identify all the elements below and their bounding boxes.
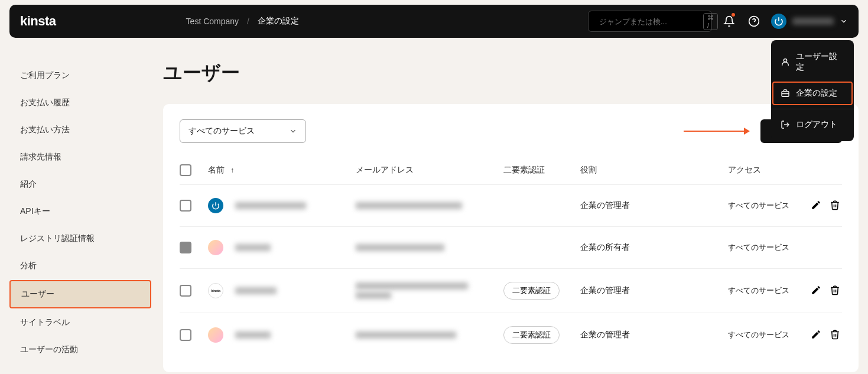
sidebar-item-site-labels[interactable]: サイトラベル bbox=[9, 310, 151, 336]
edit-button[interactable] bbox=[811, 329, 821, 342]
row-role: 企業の管理者 bbox=[580, 330, 728, 340]
row-access: すべてのサービス bbox=[728, 330, 799, 340]
logout-icon bbox=[781, 120, 790, 129]
email-redacted bbox=[356, 292, 391, 299]
row-access: すべてのサービス bbox=[728, 200, 799, 211]
menu-label: ログアウト bbox=[796, 119, 837, 130]
briefcase-icon bbox=[781, 89, 790, 98]
twofa-badge: 二要素認証 bbox=[503, 326, 560, 344]
row-access: すべてのサービス bbox=[728, 242, 799, 253]
trash-icon bbox=[830, 200, 840, 210]
delete-button[interactable] bbox=[830, 285, 840, 297]
header-access[interactable]: アクセス bbox=[728, 165, 799, 175]
row-checkbox[interactable] bbox=[180, 200, 191, 212]
header-name[interactable]: 名前 bbox=[208, 165, 225, 175]
pencil-icon bbox=[811, 200, 821, 210]
edit-button[interactable] bbox=[811, 200, 821, 212]
menu-item-logout[interactable]: ログアウト bbox=[771, 112, 854, 138]
sidebar-item-activity[interactable]: ユーザーの活動 bbox=[9, 337, 151, 363]
sidebar-item-analytics[interactable]: 分析 bbox=[9, 253, 151, 279]
twofa-badge: 二要素認証 bbox=[503, 282, 560, 300]
notifications-button[interactable] bbox=[721, 14, 737, 29]
row-avatar bbox=[208, 327, 223, 343]
user-avatar bbox=[771, 14, 786, 29]
breadcrumb: Test Company / 企業の設定 bbox=[186, 16, 299, 27]
table-header: 名前 ↑ メールアドレス 二要素認証 役割 アクセス bbox=[180, 160, 842, 185]
email-redacted bbox=[356, 244, 444, 251]
sidebar-item-api-keys[interactable]: APIキー bbox=[9, 199, 151, 225]
header-email[interactable]: メールアドレス bbox=[356, 165, 503, 175]
sidebar-item-payment-method[interactable]: お支払い方法 bbox=[9, 117, 151, 143]
name-redacted bbox=[235, 202, 306, 209]
help-button[interactable] bbox=[746, 14, 762, 29]
filter-label: すべてのサービス bbox=[188, 126, 255, 136]
users-table: 名前 ↑ メールアドレス 二要素認証 役割 アクセス 企業の bbox=[180, 160, 842, 357]
logo: kinsta bbox=[20, 14, 56, 29]
breadcrumb-section[interactable]: 企業の設定 bbox=[258, 16, 299, 27]
pencil-icon bbox=[811, 329, 821, 340]
sidebar-item-referral[interactable]: 紹介 bbox=[9, 171, 151, 197]
menu-label: 企業の設定 bbox=[796, 88, 837, 99]
header-role[interactable]: 役割 bbox=[580, 165, 728, 175]
sidebar-item-plan[interactable]: ご利用プラン bbox=[9, 63, 151, 89]
users-card: すべてのサービス ユーザーを招待 名前 ↑ メールアドレス 二要素認証 役割 ア… bbox=[163, 104, 859, 372]
chevron-down-icon bbox=[840, 17, 848, 25]
pencil-icon bbox=[811, 285, 821, 295]
bell-icon bbox=[723, 15, 735, 27]
user-chip[interactable]: xxxxx xxxx bbox=[771, 14, 848, 29]
topbar-right: ⌘ / xxxxx xxxx bbox=[588, 11, 848, 32]
card-toolbar: すべてのサービス ユーザーを招待 bbox=[180, 119, 842, 143]
row-access: すべてのサービス bbox=[728, 285, 799, 296]
row-checkbox[interactable] bbox=[180, 329, 191, 341]
user-menu: ユーザー設定 企業の設定 ログアウト bbox=[771, 40, 854, 141]
sidebar-item-registry[interactable]: レジストリ認証情報 bbox=[9, 226, 151, 252]
breadcrumb-separator: / bbox=[247, 17, 249, 26]
name-redacted bbox=[235, 331, 271, 339]
breadcrumb-company[interactable]: Test Company bbox=[186, 17, 239, 26]
chevron-down-icon bbox=[289, 127, 297, 135]
service-filter[interactable]: すべてのサービス bbox=[180, 119, 306, 143]
row-checkbox[interactable] bbox=[180, 285, 191, 297]
email-redacted bbox=[356, 202, 462, 209]
sidebar: ご利用プラン お支払い履歴 お支払い方法 請求先情報 紹介 APIキー レジスト… bbox=[9, 43, 151, 372]
sidebar-item-users[interactable]: ユーザー bbox=[9, 280, 151, 308]
help-icon bbox=[748, 15, 760, 27]
menu-item-user-settings[interactable]: ユーザー設定 bbox=[771, 44, 854, 80]
row-role: 企業の管理者 bbox=[580, 200, 728, 211]
delete-button[interactable] bbox=[830, 200, 840, 212]
edit-button[interactable] bbox=[811, 285, 821, 297]
sidebar-item-payment-history[interactable]: お支払い履歴 bbox=[9, 90, 151, 116]
search-box[interactable]: ⌘ / bbox=[588, 11, 712, 32]
table-row: 企業の管理者 すべてのサービス bbox=[180, 185, 842, 227]
sidebar-item-billing[interactable]: 請求先情報 bbox=[9, 144, 151, 170]
search-input[interactable] bbox=[599, 17, 698, 26]
notification-dot bbox=[732, 13, 735, 17]
menu-divider bbox=[771, 109, 854, 109]
table-row: kinsta 二要素認証 企業の管理者 すべてのサービス bbox=[180, 269, 842, 313]
select-all-checkbox[interactable] bbox=[180, 164, 191, 176]
annotation-arrow bbox=[684, 131, 749, 132]
user-icon bbox=[781, 57, 790, 67]
row-checkbox[interactable] bbox=[180, 242, 191, 253]
header-2fa[interactable]: 二要素認証 bbox=[503, 165, 580, 175]
delete-button[interactable] bbox=[830, 329, 840, 342]
row-avatar bbox=[208, 240, 223, 255]
topbar: kinsta Test Company / 企業の設定 ⌘ / xxxxx xx… bbox=[9, 5, 859, 38]
trash-icon bbox=[830, 285, 840, 295]
row-avatar: kinsta bbox=[208, 283, 223, 298]
power-icon bbox=[212, 201, 220, 210]
email-redacted bbox=[356, 331, 456, 339]
menu-item-company-settings[interactable]: 企業の設定 bbox=[771, 80, 854, 106]
row-avatar bbox=[208, 198, 223, 213]
row-role: 企業の管理者 bbox=[580, 285, 728, 296]
power-icon bbox=[774, 17, 784, 26]
table-row: 企業の所有者 すべてのサービス bbox=[180, 227, 842, 269]
svg-point-5 bbox=[784, 59, 786, 62]
user-name-redacted: xxxxx xxxx bbox=[792, 18, 834, 25]
sort-arrow-icon: ↑ bbox=[230, 166, 234, 174]
name-redacted bbox=[235, 244, 271, 251]
menu-label: ユーザー設定 bbox=[796, 51, 844, 73]
trash-icon bbox=[830, 329, 840, 340]
row-role: 企業の所有者 bbox=[580, 242, 728, 253]
table-row: 二要素認証 企業の管理者 すべてのサービス bbox=[180, 313, 842, 357]
